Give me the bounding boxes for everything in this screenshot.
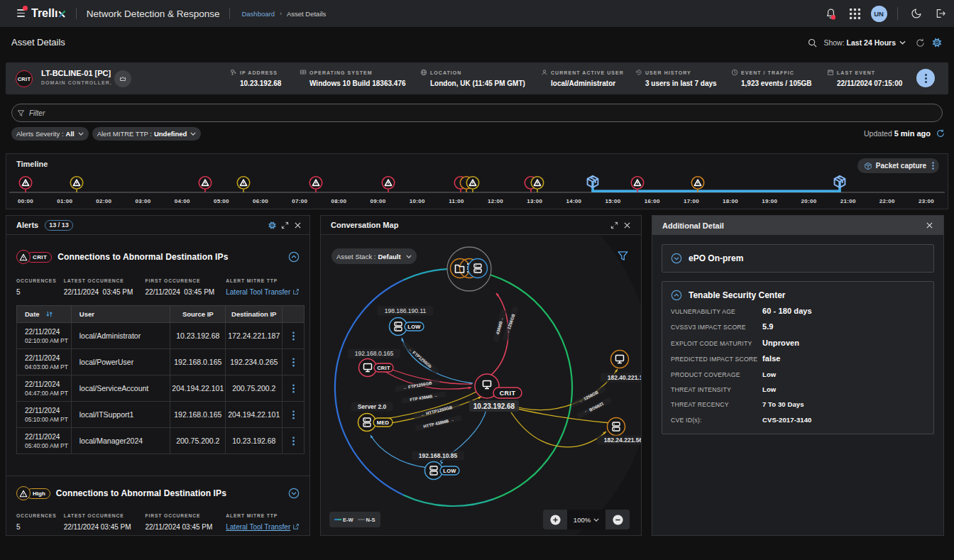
- svg-text:15:00: 15:00: [605, 198, 621, 204]
- svg-text:19:00: 19:00: [762, 198, 777, 204]
- svg-text:23:00: 23:00: [919, 198, 934, 204]
- svg-text:09:00: 09:00: [371, 198, 386, 204]
- svg-text:12:00: 12:00: [488, 198, 503, 204]
- svg-text:18:00: 18:00: [723, 198, 738, 204]
- svg-text:192.168.0.165: 192.168.0.165: [355, 350, 394, 357]
- svg-text:10:00: 10:00: [410, 198, 425, 204]
- svg-text:00:00: 00:00: [18, 198, 33, 204]
- svg-text:198.186.190.11: 198.186.190.11: [385, 307, 427, 314]
- svg-text:CRIT: CRIT: [377, 365, 390, 371]
- svg-text:LOW: LOW: [443, 468, 456, 474]
- svg-text:02:00: 02:00: [96, 198, 111, 204]
- svg-text:MED: MED: [377, 419, 390, 426]
- svg-text:182.24.221.56: 182.24.221.56: [604, 437, 641, 444]
- svg-text:13:00: 13:00: [527, 198, 542, 204]
- svg-text:03:00: 03:00: [136, 198, 151, 204]
- svg-text:04:00: 04:00: [175, 198, 190, 204]
- svg-text:16:00: 16:00: [645, 198, 660, 204]
- svg-text:22:00: 22:00: [879, 198, 895, 204]
- svg-text:10.23.192.68: 10.23.192.68: [473, 402, 515, 410]
- svg-text:01:00: 01:00: [57, 198, 72, 204]
- svg-text:08:00: 08:00: [331, 198, 346, 204]
- svg-text:11:00: 11:00: [449, 198, 464, 204]
- svg-text:LOW: LOW: [407, 324, 421, 330]
- svg-text:05:00: 05:00: [214, 198, 229, 204]
- svg-text:17:00: 17:00: [684, 198, 699, 204]
- svg-text:21:00: 21:00: [840, 198, 856, 204]
- svg-text:182.40.221.17: 182.40.221.17: [608, 374, 641, 381]
- svg-text:07:00: 07:00: [292, 198, 307, 204]
- svg-text:20:00: 20:00: [801, 198, 817, 204]
- svg-text:14:00: 14:00: [566, 198, 581, 204]
- svg-text:06:00: 06:00: [253, 198, 268, 204]
- svg-text:192.168.10.85: 192.168.10.85: [419, 452, 458, 459]
- svg-text:Server 2.0: Server 2.0: [358, 403, 387, 410]
- svg-text:CRIT: CRIT: [500, 390, 516, 397]
